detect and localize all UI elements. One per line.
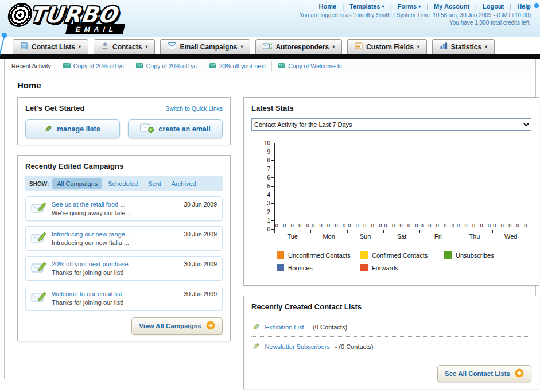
- campaign-row: Welcome to our email list Thanks for joi…: [25, 286, 223, 311]
- chart-x-labels: TueMonSunSatFriThuWed: [274, 230, 529, 240]
- autoresponders-icon: [263, 42, 272, 52]
- nav-tab-label: Custom Fields: [366, 43, 414, 51]
- campaign-envelope-pencil-icon: [31, 291, 47, 306]
- campaign-date: 30 Jun 2009: [184, 261, 217, 267]
- see-all-contact-lists-button[interactable]: See All Contact Lists: [437, 365, 531, 382]
- pencil-icon: [252, 342, 260, 351]
- nav-tab-statistics[interactable]: Statistics: [432, 39, 495, 54]
- arrow-right-icon: [515, 368, 524, 379]
- chevron-down-icon: [485, 44, 487, 49]
- top-link-my-account[interactable]: My Account: [422, 3, 469, 10]
- filter-tab-sent[interactable]: Sent: [143, 178, 166, 189]
- chart-y-axis: 109876543210: [259, 143, 274, 230]
- envelope-icon: [136, 63, 143, 69]
- nav-divider-bar: [0, 54, 540, 59]
- nav-tab-label: Statistics: [451, 43, 481, 51]
- nav-tab-label: Email Campaigns: [180, 43, 237, 51]
- chart-plot: 0 0 0 0 00 0 0 0 00 0 0 0 00 0 0 0 00 0 …: [274, 143, 529, 230]
- campaign-subtitle: We're giving away our late ...: [52, 209, 179, 216]
- filter-tab-archived[interactable]: Archived: [167, 178, 201, 189]
- chart-value-labels: 0 0 0 0 0: [384, 223, 420, 228]
- recent-activity-item[interactable]: 20% off your next: [203, 61, 273, 71]
- top-link-logout[interactable]: Logout: [471, 3, 504, 10]
- filter-tab-all-campaigns[interactable]: All Campaigns: [52, 178, 102, 189]
- campaign-row: See us at the retail food ... We're givi…: [25, 196, 223, 221]
- y-axis-tick-label: 2: [267, 209, 274, 215]
- stats-period-select[interactable]: Contact Activity for the Last 7 Days: [251, 118, 531, 131]
- recent-activity-item[interactable]: Copy of Welcome tc: [272, 61, 348, 71]
- recent-activity-item[interactable]: Copy of 20% off yc: [130, 61, 203, 71]
- nav-tab-email-campaigns[interactable]: Email Campaigns: [160, 39, 250, 54]
- chart-bar-group: 0 0 0 0 0: [384, 143, 420, 230]
- y-axis-tick-label: 4: [267, 192, 274, 198]
- chart-category-label: Sun: [347, 230, 383, 240]
- campaign-title-link[interactable]: 20% off your next purchase: [52, 261, 179, 267]
- pencil-icon: [45, 125, 52, 133]
- manage-lists-button[interactable]: manage lists: [25, 119, 120, 138]
- legend-swatch: [277, 251, 284, 259]
- legend-item-unconfirmed: Unconfirmed Contacts: [277, 251, 360, 259]
- legend-item-forwards: Forwards: [360, 264, 444, 271]
- chart-bar-group: 0 0 0 0 0: [493, 143, 529, 230]
- envelope-icon: [63, 63, 71, 69]
- campaign-envelope-pencil-icon: [31, 201, 47, 216]
- arrow-right-icon: [206, 321, 215, 331]
- top-link-templates[interactable]: Templates: [338, 3, 384, 10]
- chevron-down-icon: [382, 4, 384, 9]
- top-link-home[interactable]: Home: [319, 3, 337, 10]
- chart-bar-group: 0 0 0 0 0: [275, 143, 311, 230]
- y-axis-tick-label: 3: [267, 200, 274, 207]
- campaign-envelope-pencil-icon: [31, 261, 47, 276]
- top-nav-links: Home Templates Forms My Account Logout H…: [300, 3, 531, 10]
- top-link-help[interactable]: Help: [506, 3, 531, 10]
- y-axis-tick-label: 1: [267, 218, 274, 224]
- legend-label: Forwards: [372, 265, 398, 271]
- contact-list-count: - (0 Contacts): [335, 343, 374, 350]
- chevron-down-icon: [145, 44, 147, 49]
- chart-value-labels: 0 0 0 0 0: [348, 223, 384, 228]
- recent-campaigns-panel: Recently Edited Campaigns SHOW: All Camp…: [17, 155, 231, 341]
- campaigns-filter-row: SHOW: All Campaigns Scheduled Sent Archi…: [25, 176, 223, 191]
- legend-swatch: [360, 264, 368, 271]
- envelope-icon: [278, 63, 285, 69]
- chevron-down-icon: [418, 4, 421, 9]
- nav-tab-custom-fields[interactable]: Custom Fields: [347, 39, 427, 54]
- create-email-button[interactable]: create an email: [128, 119, 223, 138]
- recent-activity-label: Recent Activity:: [11, 63, 53, 69]
- view-all-campaigns-button[interactable]: View All Campaigns: [131, 317, 223, 335]
- campaign-title-link[interactable]: See us at the retail food ...: [52, 201, 179, 208]
- chart-category-label: Sat: [383, 230, 419, 240]
- nav-tab-contact-lists[interactable]: Contact Lists: [13, 39, 88, 54]
- campaign-title-link[interactable]: Introducing our new range ...: [52, 231, 179, 238]
- latest-stats-title: Latest Stats: [251, 104, 531, 112]
- contact-list-count: - (0 Contacts): [309, 324, 347, 331]
- legend-swatch: [277, 264, 284, 271]
- recent-activity-item[interactable]: Copy of 20% off yc: [57, 61, 130, 71]
- y-axis-tick-label: 5: [267, 183, 274, 189]
- logo-text: TURBO EMAIL: [30, 2, 117, 28]
- app-logo: TURBO EMAIL: [8, 2, 117, 28]
- legend-item-bounces: Bounces: [277, 264, 360, 271]
- nav-tab-autoresponders[interactable]: Autoresponders: [255, 39, 342, 54]
- campaign-subtitle: Introducing our new Italia ...: [52, 239, 179, 246]
- campaign-date: 30 Jun 2009: [184, 290, 217, 297]
- switch-quick-links-link[interactable]: Switch to Quick Links: [165, 105, 223, 112]
- session-info: You are logged in as 'Timothy Smith' | S…: [300, 12, 531, 18]
- campaign-date: 30 Jun 2009: [184, 231, 217, 238]
- contact-list-link[interactable]: Newsletter Subscribers: [265, 343, 330, 350]
- y-axis-tick-label: 0: [267, 226, 274, 232]
- chart-bar-group: 0 0 0 0 0: [456, 143, 492, 230]
- filter-tab-scheduled[interactable]: Scheduled: [103, 178, 142, 189]
- contact-list-link[interactable]: Exhibition List: [265, 324, 304, 331]
- chart-value-labels: 0 0 0 0 0: [456, 223, 492, 228]
- nav-tab-contacts[interactable]: Contacts: [94, 39, 155, 54]
- corner-dot: [534, 3, 539, 8]
- chart-category-label: Tue: [274, 230, 310, 240]
- top-link-forms[interactable]: Forms: [386, 3, 421, 10]
- y-axis-tick-label: 6: [267, 174, 274, 181]
- campaign-title-link[interactable]: Welcome to our email list: [52, 290, 179, 297]
- statistics-icon: [440, 42, 448, 52]
- content-frame: Recent Activity: Copy of 20% off yc Copy…: [4, 59, 536, 379]
- contact-lists-icon: [20, 42, 28, 52]
- logo-word-email: EMAIL: [65, 24, 126, 34]
